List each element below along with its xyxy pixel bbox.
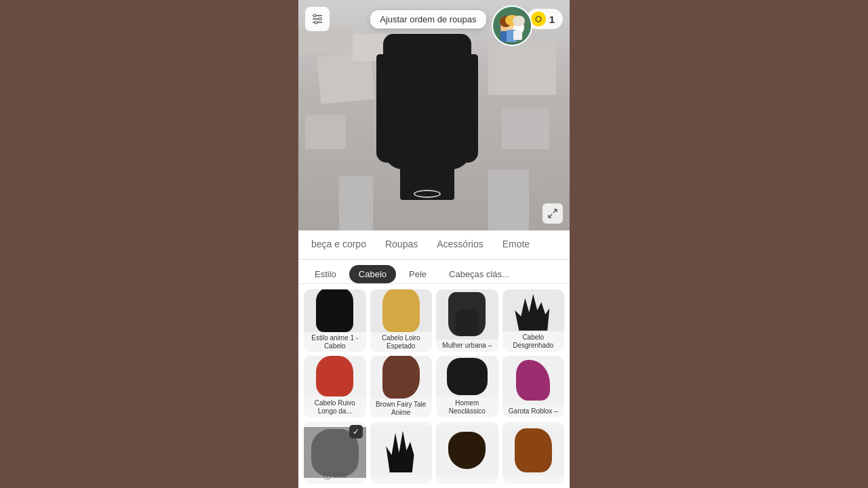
item-auburn[interactable] (502, 422, 565, 484)
item-garota-roblox[interactable]: Garota Roblox – (502, 356, 565, 418)
items-scroll[interactable]: Estilo anime 1 - Cabelo Cabelo Loiro Esp… (298, 284, 570, 488)
tab-body[interactable]: beça e corpo (302, 230, 376, 259)
svg-point-5 (315, 21, 317, 24)
bottom-panel: beça e corpo Roupas Acessórios Emote Est… (298, 230, 570, 488)
avatar-area: Ajustar ordem de roupas ⬡ 1 (298, 0, 570, 230)
phone-container: Ajustar ordem de roupas ⬡ 1 (298, 0, 570, 488)
item-label-1: Estilo anime 1 - Cabelo (304, 332, 366, 351)
item-checkmark: ✓ (349, 425, 363, 439)
item-loiro[interactable]: Cabelo Loiro Espetado (370, 289, 433, 352)
item-more-label: ⓘ Mais (323, 470, 347, 482)
subtab-skin[interactable]: Pele (399, 265, 436, 283)
item-image-10 (370, 425, 433, 476)
robux-icon: ⬡ (531, 12, 546, 26)
item-neoclassico[interactable]: Homem Neoclássico (436, 356, 498, 418)
profile-image (494, 7, 531, 45)
item-spiky-dark[interactable] (370, 422, 433, 484)
tab-accessories[interactable]: Acessórios (427, 230, 492, 259)
item-image-6 (370, 356, 433, 399)
item-desgrenhado[interactable]: Cabelo Desgrenhado (502, 289, 565, 352)
expand-icon (547, 208, 558, 219)
item-image-5 (304, 356, 366, 398)
item-image-3 (436, 289, 498, 340)
subtab-classic[interactable]: Cabeças clás... (439, 265, 519, 283)
filter-button[interactable] (305, 7, 330, 31)
svg-rect-12 (513, 30, 522, 40)
item-image-8 (502, 356, 565, 406)
item-image-4 (502, 289, 565, 331)
tab-emote[interactable]: Emote (493, 230, 539, 259)
item-label-2: Cabelo Loiro Espetado (370, 332, 433, 351)
right-overlay (570, 0, 868, 488)
item-image-11 (436, 425, 498, 476)
item-selected[interactable]: ✓ ⓘ Mais (304, 422, 366, 484)
subtab-style[interactable]: Estilo (305, 265, 346, 283)
svg-point-4 (319, 18, 321, 20)
item-label-12 (502, 476, 565, 480)
item-urbana[interactable]: Mulher urbana – (436, 289, 498, 352)
item-label-6: Brown Fairy Tale Anime (370, 399, 433, 418)
item-image-12 (502, 425, 565, 476)
robux-count: 1 (549, 14, 555, 25)
main-tabs: beça e corpo Roupas Acessórios Emote (298, 230, 570, 260)
filter-icon (311, 14, 323, 24)
item-image-1 (304, 289, 366, 332)
sub-tabs: Estilo Cabelo Pele Cabeças clás... (298, 260, 570, 284)
item-ruivo[interactable]: Cabelo Ruivo Longo da... (304, 356, 366, 418)
item-label-5: Cabelo Ruivo Longo da... (304, 397, 366, 418)
tab-clothes[interactable]: Roupas (376, 230, 427, 259)
tooltip-text: Ajustar ordem de roupas (380, 14, 476, 24)
svg-point-3 (313, 14, 316, 17)
avatar-character: 🙂 (359, 34, 495, 230)
item-label-8: Garota Roblox – (502, 405, 565, 418)
left-overlay (0, 0, 298, 488)
avatar-hair (383, 34, 471, 169)
avatar-necklace (414, 190, 441, 198)
items-grid: Estilo anime 1 - Cabelo Cabelo Loiro Esp… (304, 289, 564, 484)
tooltip-bubble: Ajustar ordem de roupas (370, 10, 486, 28)
item-label-10 (370, 476, 433, 480)
item-brown-fairy[interactable]: Brown Fairy Tale Anime (370, 356, 433, 418)
profile-avatar[interactable] (492, 5, 532, 46)
item-image-2 (370, 289, 433, 332)
item-label-7: Homem Neoclássico (436, 397, 498, 418)
expand-button[interactable] (542, 203, 563, 224)
item-label-4: Cabelo Desgrenhado (502, 331, 565, 352)
item-image-7 (436, 356, 498, 398)
item-label-11 (436, 476, 498, 480)
item-anime-style[interactable]: Estilo anime 1 - Cabelo (304, 289, 366, 352)
svg-point-15 (513, 16, 525, 26)
item-label-3: Mulher urbana – (436, 340, 498, 352)
subtab-hair[interactable]: Cabelo (349, 265, 396, 283)
item-bun[interactable] (436, 422, 498, 484)
